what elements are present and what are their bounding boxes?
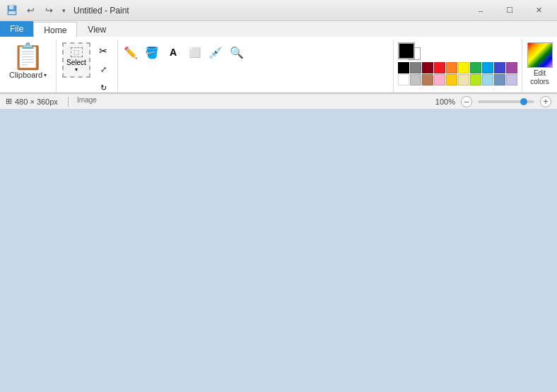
- color-swatch-0-6[interactable]: [470, 62, 481, 73]
- zoom-slider[interactable]: [478, 100, 534, 103]
- svg-rect-1: [9, 6, 13, 9]
- select-dropdown-icon: ▾: [75, 66, 78, 73]
- color-swatch-1-3[interactable]: [434, 74, 445, 85]
- minimize-button[interactable]: –: [467, 1, 495, 20]
- tab-home[interactable]: Home: [33, 22, 77, 37]
- color-swatch-0-1[interactable]: [410, 62, 421, 73]
- text-tool[interactable]: A: [163, 42, 183, 62]
- crop-button[interactable]: ✂: [95, 42, 112, 59]
- canvas-dimensions: 480 × 360px: [15, 97, 58, 106]
- select-icon: ⬚: [71, 47, 83, 57]
- qat: ↩ ↪ ▾: [4, 3, 68, 18]
- color-swatch-0-8[interactable]: [494, 62, 505, 73]
- color-swatch-1-7[interactable]: [482, 74, 493, 85]
- color-swatch-1-1[interactable]: [410, 74, 421, 85]
- zoom-out-button[interactable]: –: [461, 96, 472, 107]
- svg-rect-2: [8, 11, 16, 14]
- color1-swatch[interactable]: [398, 42, 415, 59]
- color-swatch-0-5[interactable]: [458, 62, 469, 73]
- eyedropper-tool[interactable]: 💉: [206, 42, 225, 62]
- color-swatch-1-6[interactable]: [470, 74, 481, 85]
- color-swatch-1-5[interactable]: [458, 74, 469, 85]
- ribbon: 📋 Clipboard ▾ ⬚ Select ▾ ✂ ⤢ ↻ Image: [0, 37, 557, 93]
- clipboard-dropdown-icon: ▾: [44, 72, 47, 78]
- color-swatch-1-9[interactable]: [506, 74, 517, 85]
- fill-tool[interactable]: 🪣: [142, 42, 162, 62]
- redo-button[interactable]: ↪: [41, 3, 57, 18]
- color-row-1: [398, 74, 517, 85]
- select-tool-group: ⬚ Select ▾: [62, 42, 90, 96]
- select-button[interactable]: ⬚ Select ▾: [62, 42, 90, 78]
- tools-area: ✏️ 🪣 A ⬜ 💉 🔍: [118, 40, 393, 93]
- undo-button[interactable]: ↩: [23, 3, 38, 18]
- color-swatch-0-9[interactable]: [506, 62, 517, 73]
- close-button[interactable]: ✕: [524, 1, 553, 20]
- window-title: Untitled - Paint: [74, 6, 467, 16]
- ribbon-tabs: File Home View: [0, 21, 557, 37]
- color-swatch-1-2[interactable]: [422, 74, 433, 85]
- image-small-tools: ✂ ⤢ ↻: [92, 42, 112, 96]
- title-bar: ↩ ↪ ▾ Untitled - Paint – ☐ ✕: [0, 0, 557, 21]
- color-swatch-1-0[interactable]: [398, 74, 409, 85]
- resize-button[interactable]: ⤢: [95, 61, 112, 78]
- window-controls: – ☐ ✕: [467, 1, 553, 20]
- color-grid: [398, 62, 517, 86]
- save-button[interactable]: [4, 3, 20, 18]
- clipboard-label: Clipboard ▾: [9, 71, 47, 79]
- zoom-thumb[interactable]: [520, 98, 527, 105]
- color-swatch-1-8[interactable]: [494, 74, 505, 85]
- color-swatch-0-7[interactable]: [482, 62, 493, 73]
- zoom-in-button[interactable]: +: [540, 96, 551, 107]
- image-section-label: Image: [62, 96, 112, 105]
- dimensions-section: ⊞ 480 × 360px: [6, 97, 58, 106]
- color-swatch-0-2[interactable]: [422, 62, 433, 73]
- image-tools-row: ⬚ Select ▾ ✂ ⤢ ↻: [62, 42, 112, 96]
- color-palette: [393, 40, 522, 93]
- image-section: ⬚ Select ▾ ✂ ⤢ ↻ Image: [57, 40, 118, 93]
- edit-colors-label: Editcolors: [530, 69, 549, 86]
- color-swatch-0-3[interactable]: [434, 62, 445, 73]
- color-swatch-0-0[interactable]: [398, 62, 409, 73]
- eraser-tool[interactable]: ⬜: [184, 42, 204, 62]
- zoom-level: 100%: [435, 97, 455, 106]
- status-divider-1: [68, 97, 69, 107]
- pencil-tool[interactable]: ✏️: [121, 42, 141, 62]
- rainbow-icon: [527, 42, 553, 68]
- magnifier-tool[interactable]: 🔍: [227, 42, 247, 62]
- color-swatch-1-4[interactable]: [446, 74, 457, 85]
- tab-view[interactable]: View: [77, 21, 117, 37]
- maximize-button[interactable]: ☐: [496, 1, 524, 20]
- select-label: Select: [66, 59, 86, 66]
- zoom-area: 100% – +: [435, 96, 551, 107]
- color-swatch-0-4[interactable]: [446, 62, 457, 73]
- edit-colors-section[interactable]: Editcolors: [522, 40, 557, 93]
- qat-dropdown-button[interactable]: ▾: [59, 3, 68, 18]
- rotate-button[interactable]: ↻: [95, 79, 112, 96]
- active-colors: [398, 42, 517, 59]
- clipboard-icon: 📋: [12, 44, 44, 69]
- tab-file[interactable]: File: [0, 21, 33, 37]
- clipboard-section[interactable]: 📋 Clipboard ▾: [0, 40, 57, 93]
- grid-icon: ⊞: [6, 97, 12, 106]
- color-row-0: [398, 62, 517, 73]
